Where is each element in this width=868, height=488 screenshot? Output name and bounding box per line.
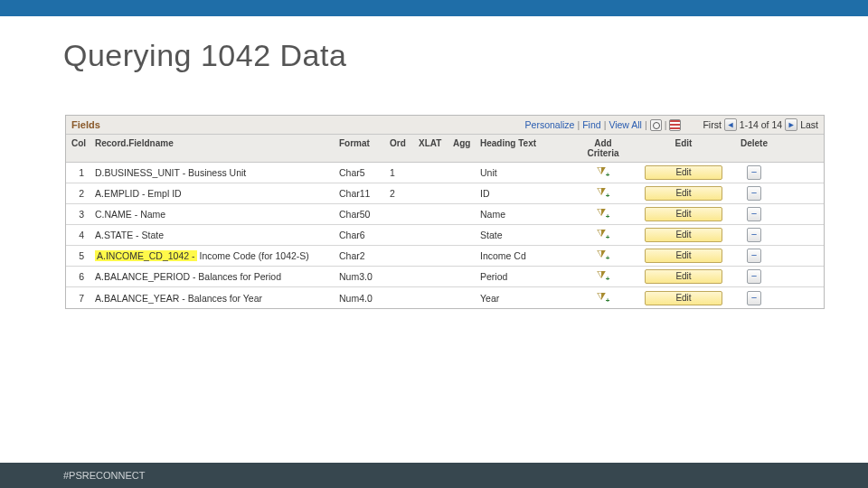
edit-button[interactable]: Edit <box>645 207 722 221</box>
col-header-heading: Heading Text <box>475 135 572 162</box>
nav-prev-button[interactable]: ◄ <box>724 118 737 131</box>
cell-edit: Edit <box>634 287 733 309</box>
col-header-format: Format <box>334 135 384 162</box>
delete-button[interactable]: − <box>747 207 761 221</box>
cell-col: 4 <box>66 226 90 244</box>
cell-agg <box>448 190 475 197</box>
cell-edit: Edit <box>634 203 733 225</box>
cell-agg <box>448 252 475 259</box>
cell-agg <box>448 273 475 280</box>
edit-button[interactable]: Edit <box>645 269 722 284</box>
cell-field: A.BALANCE_YEAR - Balances for Year <box>90 289 334 307</box>
footer-tag: #PSRECONNECT <box>63 470 145 481</box>
nav-first-label: First <box>703 119 721 130</box>
delete-button[interactable]: − <box>747 249 761 263</box>
edit-button[interactable]: Edit <box>645 186 722 201</box>
separator: | <box>577 119 580 130</box>
nav-next-button[interactable]: ► <box>785 118 797 131</box>
cell-heading: Year <box>475 289 572 307</box>
highlight: A.INCOME_CD_1042 - <box>95 250 197 261</box>
separator: | <box>645 119 647 130</box>
delete-button[interactable]: − <box>747 165 761 180</box>
col-header-addcrit: Add Criteria <box>572 135 634 162</box>
cell-addcriteria: ⧩+ <box>572 183 634 203</box>
cell-addcriteria: ⧩+ <box>572 245 634 266</box>
cell-edit: Edit <box>634 245 733 267</box>
edit-button[interactable]: Edit <box>645 291 722 305</box>
add-criteria-icon[interactable]: ⧩+ <box>597 228 610 241</box>
table-row: 1D.BUSINESS_UNIT - Business UnitChar51Un… <box>66 163 824 183</box>
cell-ord <box>384 252 413 259</box>
cell-xlat <box>413 190 448 197</box>
cell-agg <box>448 211 475 218</box>
cell-agg <box>448 231 475 239</box>
panel-title: Fields <box>71 119 100 130</box>
rows-container: 1D.BUSINESS_UNIT - Business UnitChar51Un… <box>66 163 824 308</box>
delete-button[interactable]: − <box>747 269 761 284</box>
col-header-ord: Ord <box>384 135 413 162</box>
nav-last-label: Last <box>800 119 818 130</box>
col-header-xlat: XLAT <box>413 135 448 162</box>
cell-col: 1 <box>66 164 90 182</box>
edit-button[interactable]: Edit <box>645 249 722 263</box>
cell-format: Char50 <box>334 205 384 223</box>
cell-format: Num4.0 <box>334 289 384 307</box>
personalize-link[interactable]: Personalize <box>525 119 575 130</box>
cell-ord <box>384 273 413 280</box>
cell-format: Char6 <box>334 226 384 244</box>
page-title: Querying 1042 Data <box>63 38 868 73</box>
cell-delete: − <box>733 266 775 287</box>
separator: | <box>665 119 667 130</box>
nav-range: 1-14 of 14 <box>740 119 782 130</box>
cell-heading: Unit <box>475 164 572 182</box>
cell-edit: Edit <box>634 162 733 183</box>
delete-button[interactable]: − <box>747 291 761 305</box>
cell-format: Char2 <box>334 247 384 265</box>
cell-ord <box>384 211 413 218</box>
cell-col: 6 <box>66 267 90 286</box>
add-criteria-icon[interactable]: ⧩+ <box>597 186 610 200</box>
edit-button[interactable]: Edit <box>645 165 722 180</box>
add-criteria-icon[interactable]: ⧩+ <box>597 165 610 179</box>
cell-ord <box>384 231 413 239</box>
table-row: 6A.BALANCE_PERIOD - Balances for PeriodN… <box>66 267 824 287</box>
fields-panel: Fields Personalize | Find | View All | |… <box>65 115 825 309</box>
add-criteria-icon[interactable]: ⧩+ <box>597 269 610 283</box>
cell-format: Char11 <box>334 184 384 202</box>
top-accent-bar <box>0 0 868 16</box>
cell-delete: − <box>733 287 775 309</box>
cell-xlat <box>413 252 448 259</box>
column-header-row: Col Record.Fieldname Format Ord XLAT Agg… <box>66 135 824 163</box>
cell-xlat <box>413 273 448 280</box>
add-criteria-icon[interactable]: ⧩+ <box>597 291 610 305</box>
cell-xlat <box>413 231 448 239</box>
table-row: 5A.INCOME_CD_1042 - Income Code (for 104… <box>66 246 824 267</box>
cell-delete: − <box>733 245 775 267</box>
cell-addcriteria: ⧩+ <box>572 287 634 308</box>
cell-heading: Period <box>475 267 572 286</box>
cell-ord <box>384 295 413 302</box>
cell-delete: − <box>733 203 775 225</box>
cell-agg <box>448 169 475 176</box>
cell-col: 2 <box>66 184 90 202</box>
add-criteria-icon[interactable]: ⧩+ <box>597 249 610 262</box>
cell-field: D.BUSINESS_UNIT - Business Unit <box>90 164 334 182</box>
delete-button[interactable]: − <box>747 228 761 242</box>
download-icon[interactable] <box>669 119 681 131</box>
cell-agg <box>448 295 475 302</box>
cell-ord: 2 <box>384 184 413 202</box>
zoom-icon[interactable] <box>650 119 662 131</box>
edit-button[interactable]: Edit <box>645 228 722 242</box>
delete-button[interactable]: − <box>747 186 761 201</box>
find-link[interactable]: Find <box>582 119 600 130</box>
cell-format: Num3.0 <box>334 267 384 286</box>
cell-field: C.NAME - Name <box>90 205 334 223</box>
add-criteria-icon[interactable]: ⧩+ <box>597 207 610 221</box>
viewall-link[interactable]: View All <box>609 119 642 130</box>
col-header-field: Record.Fieldname <box>90 135 334 162</box>
cell-field: A.EMPLID - Empl ID <box>90 184 334 202</box>
cell-heading: State <box>475 226 572 244</box>
cell-col: 7 <box>66 289 90 307</box>
cell-delete: − <box>733 183 775 204</box>
table-row: 2A.EMPLID - Empl IDChar112ID⧩+Edit− <box>66 183 824 204</box>
